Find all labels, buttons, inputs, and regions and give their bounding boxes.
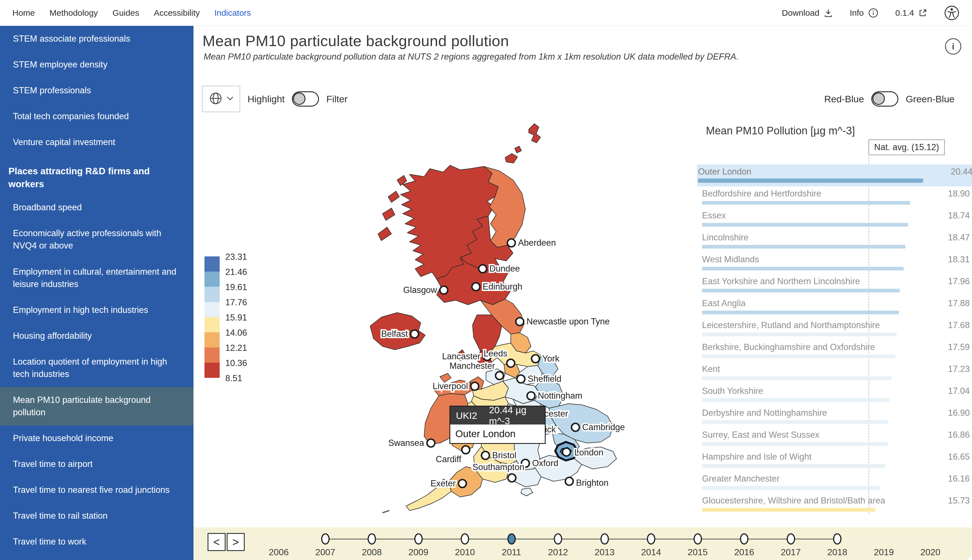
page-info-icon[interactable]: i [945, 38, 961, 55]
map-region[interactable] [388, 191, 399, 202]
map-region[interactable] [378, 227, 391, 241]
chart-row[interactable]: West Midlands18.31 [701, 252, 970, 274]
map-region[interactable] [529, 124, 541, 143]
legend-swatch [204, 347, 220, 363]
chart-row[interactable]: Berkshire, Buckinghamshire and Oxfordshi… [701, 340, 970, 362]
year-timeline: < > 200620072008200920102011201220132014… [194, 527, 972, 560]
chart-row[interactable]: Outer London20.44 [697, 165, 972, 187]
timeline-dot-2017[interactable] [787, 533, 795, 545]
timeline-year-2015[interactable]: 2015 [681, 547, 715, 557]
city-dot-dundee [479, 265, 486, 273]
sidebar-item[interactable]: Travel time to airport [0, 451, 194, 477]
chart-row[interactable]: Hampshire and Isle of Wight16.65 [701, 450, 970, 472]
chart-row[interactable]: Gloucestershire, Wiltshire and Bristol/B… [701, 493, 970, 515]
chart-row-region: Kent [702, 364, 720, 374]
chart-row[interactable]: Derbyshire and Nottinghamshire16.90 [701, 406, 970, 428]
chart-row[interactable]: Surrey, East and West Sussex16.86 [701, 428, 970, 450]
timeline-year-2017[interactable]: 2017 [774, 547, 808, 557]
national-average-label: Nat. avg. (15.12) [868, 140, 945, 155]
toggle-knob [872, 92, 885, 105]
sidebar-item[interactable]: STEM employee density [0, 52, 194, 78]
chart-row[interactable]: Leicestershire, Rutland and Northamptons… [701, 318, 970, 340]
timeline-dot-2018[interactable] [833, 533, 842, 545]
timeline-year-2014[interactable]: 2014 [634, 547, 668, 557]
timeline-next-button[interactable]: > [227, 533, 245, 551]
timeline-year-2010[interactable]: 2010 [448, 547, 482, 557]
sidebar-item[interactable]: Economically active professionals with N… [0, 220, 194, 258]
sidebar-item[interactable]: Employment in cultural, entertainment an… [0, 259, 194, 297]
chart-row[interactable]: South Yorkshire17.04 [701, 384, 970, 406]
map-region[interactable] [505, 153, 518, 163]
timeline-prev-button[interactable]: < [207, 533, 225, 551]
timeline-dot-2013[interactable] [600, 533, 609, 545]
timeline-year-2013[interactable]: 2013 [588, 547, 621, 557]
download-button[interactable]: Download [782, 8, 833, 18]
nav-item-methodology[interactable]: Methodology [50, 8, 98, 18]
map-region[interactable] [382, 208, 395, 220]
timeline-year-2009[interactable]: 2009 [402, 547, 435, 557]
nav-item-indicators[interactable]: Indicators [214, 8, 251, 18]
sidebar-item[interactable]: Location quotient of employment in high … [0, 349, 194, 387]
timeline-year-2006[interactable]: 2006 [262, 547, 296, 557]
timeline-dot-2010[interactable] [461, 533, 469, 545]
timeline-year-2018[interactable]: 2018 [820, 547, 854, 557]
palette-toggle[interactable] [871, 92, 899, 107]
map-region[interactable] [515, 146, 521, 153]
timeline-dot-2016[interactable] [740, 533, 748, 545]
chart-row[interactable]: Greater Manchester16.16 [701, 472, 970, 493]
uk-choropleth-map[interactable]: AberdeenDundeeEdinburghGlasgowNewcastle … [298, 112, 650, 540]
timeline-year-2020[interactable]: 2020 [914, 547, 947, 557]
nav-item-guides[interactable]: Guides [112, 8, 139, 18]
info-button[interactable]: Info [850, 7, 879, 18]
chart-row[interactable]: Essex18.74 [701, 208, 970, 230]
timeline-track [326, 538, 838, 540]
sidebar-item[interactable]: Employment in high tech industries [0, 297, 194, 323]
timeline-year-2012[interactable]: 2012 [541, 547, 575, 557]
timeline-year-2008[interactable]: 2008 [355, 547, 389, 557]
chart-row-region: Bedfordshire and Hertfordshire [702, 188, 821, 199]
external-link-icon [918, 8, 928, 18]
chart-row[interactable]: East Anglia17.88 [701, 296, 970, 318]
palette-right-label: Green-Blue [906, 93, 955, 105]
chart-row-bar [702, 311, 899, 314]
chart-row[interactable]: Kent17.23 [701, 362, 970, 384]
sidebar-item[interactable]: Broadband speed [0, 195, 194, 220]
sidebar-item[interactable]: Private household income [0, 425, 194, 451]
sidebar-item[interactable]: Travel time to nearest five road junctio… [0, 477, 194, 503]
scilly-mark [382, 510, 389, 513]
city-label: Manchester [449, 361, 495, 371]
timeline-dot-2011[interactable] [508, 533, 516, 545]
sidebar-item[interactable]: STEM professionals [0, 78, 194, 103]
timeline-dot-2007[interactable] [321, 533, 330, 545]
city-dot-leeds [507, 359, 515, 367]
sidebar-item[interactable]: Venture capital investment [0, 129, 194, 155]
sidebar-item[interactable]: STEM associate professionals [0, 26, 194, 52]
sidebar-item[interactable]: Housing affordability [0, 323, 194, 349]
nav-item-accessibility[interactable]: Accessibility [154, 8, 200, 18]
version-link[interactable]: 0.1.4 [895, 8, 928, 18]
accessibility-button[interactable] [944, 5, 960, 21]
highlight-filter-toggle[interactable] [292, 92, 319, 107]
sidebar-item[interactable]: Travel time to rail station [0, 503, 194, 529]
city-dot-london [563, 448, 570, 456]
timeline-year-2019[interactable]: 2019 [867, 547, 901, 557]
info-label: Info [850, 8, 864, 18]
timeline-dot-2008[interactable] [367, 533, 376, 545]
sidebar-item[interactable]: Mean PM10 particulate background polluti… [0, 387, 194, 425]
chart-row[interactable]: East Yorkshire and Northern Lincolnshire… [701, 274, 970, 296]
timeline-dot-2014[interactable] [647, 533, 655, 545]
timeline-dot-2015[interactable] [693, 533, 702, 545]
chart-row[interactable]: Lincolnshire18.47 [701, 230, 970, 252]
sidebar-item[interactable]: Travel time to work [0, 529, 194, 555]
timeline-dot-2012[interactable] [554, 533, 562, 545]
timeline-year-2016[interactable]: 2016 [727, 547, 761, 557]
timeline-year-2011[interactable]: 2011 [495, 547, 528, 557]
basemap-dropdown[interactable] [202, 86, 240, 112]
chart-row[interactable]: Bedfordshire and Hertfordshire18.90 [701, 187, 970, 208]
timeline-year-2007[interactable]: 2007 [309, 547, 342, 557]
timeline-dot-2009[interactable] [414, 533, 423, 545]
sidebar-item[interactable]: Total tech companies founded [0, 103, 194, 129]
chart-row-bar [698, 178, 923, 183]
nav-item-home[interactable]: Home [12, 8, 35, 18]
map-region[interactable] [521, 488, 533, 496]
